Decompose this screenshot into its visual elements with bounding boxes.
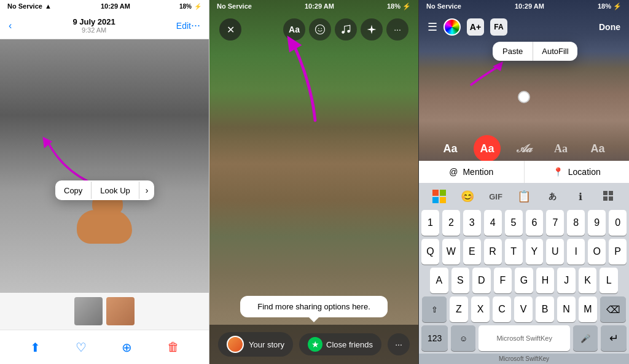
key-m[interactable]: M bbox=[579, 296, 597, 322]
text-align-icon[interactable]: FA bbox=[490, 18, 507, 36]
time-2: 10:29 AM bbox=[305, 2, 334, 10]
key-2[interactable]: 2 bbox=[442, 210, 460, 236]
key-y[interactable]: Y bbox=[526, 239, 544, 265]
font-option-active[interactable]: Aa bbox=[474, 135, 501, 162]
status-bar-2: No Service 10:29 AM 18% ⚡ bbox=[209, 0, 418, 12]
share-icon[interactable]: ⬆ bbox=[30, 340, 41, 355]
key-f[interactable]: F bbox=[494, 268, 512, 293]
text-cursor-dot bbox=[518, 91, 530, 103]
microsoft-icon[interactable] bbox=[428, 185, 450, 207]
location-button[interactable]: 📍 Location bbox=[525, 161, 630, 183]
key-k[interactable]: K bbox=[579, 268, 597, 293]
gif-icon[interactable]: GIF bbox=[485, 185, 507, 207]
font-size-icon[interactable]: A+ bbox=[467, 18, 484, 36]
copy-menu-item[interactable]: Copy bbox=[55, 181, 91, 200]
delete-key[interactable]: ⌫ bbox=[600, 296, 626, 322]
time-1: 10:29 AM bbox=[101, 2, 130, 10]
language-icon[interactable]: あ bbox=[541, 185, 563, 207]
key-n[interactable]: N bbox=[557, 296, 576, 322]
more-share-button[interactable]: ··· bbox=[388, 333, 410, 355]
hamburger-icon[interactable]: ☰ bbox=[428, 20, 437, 34]
key-r[interactable]: R bbox=[484, 239, 502, 265]
mention-button[interactable]: @ Mention bbox=[419, 161, 525, 183]
key-9[interactable]: 9 bbox=[588, 210, 606, 236]
key-v[interactable]: V bbox=[514, 296, 533, 322]
numbers-row: 1 2 3 4 5 6 7 8 9 0 bbox=[419, 210, 629, 236]
key-a[interactable]: A bbox=[430, 268, 448, 293]
screen1-photos: No Service ▲ 10:29 AM 18% ⚡ ‹ 9 July 202… bbox=[0, 0, 209, 364]
time-3: 10:29 AM bbox=[515, 2, 544, 10]
svg-rect-8 bbox=[432, 190, 439, 196]
edit-button[interactable]: Edit bbox=[176, 21, 191, 31]
key-o[interactable]: O bbox=[588, 239, 606, 265]
emoji-picker-icon[interactable]: 😊 bbox=[456, 185, 479, 207]
mention-location-row: @ Mention 📍 Location bbox=[419, 161, 629, 183]
key-s[interactable]: S bbox=[451, 268, 470, 293]
key-t[interactable]: T bbox=[505, 239, 523, 265]
key-d[interactable]: D bbox=[472, 268, 491, 293]
mic-key[interactable]: 🎤 bbox=[573, 325, 598, 351]
sparkle-tool-btn[interactable] bbox=[361, 18, 383, 41]
numbers-switch-key[interactable]: 123 bbox=[421, 325, 448, 351]
key-c[interactable]: C bbox=[493, 296, 511, 322]
key-1[interactable]: 1 bbox=[421, 210, 439, 236]
story-avatar bbox=[227, 336, 244, 353]
key-3[interactable]: 3 bbox=[463, 210, 481, 236]
return-key[interactable]: ↵ bbox=[601, 325, 627, 351]
strip-thumb-1[interactable] bbox=[74, 297, 103, 325]
color-wheel-icon[interactable] bbox=[443, 18, 461, 36]
autofill-button[interactable]: AutoFill bbox=[533, 42, 577, 61]
key-q[interactable]: Q bbox=[421, 239, 439, 265]
key-8[interactable]: 8 bbox=[567, 210, 585, 236]
shift-key[interactable]: ⇧ bbox=[422, 296, 447, 322]
key-0[interactable]: 0 bbox=[609, 210, 627, 236]
key-w[interactable]: W bbox=[442, 239, 460, 265]
svg-point-2 bbox=[318, 28, 319, 29]
key-p[interactable]: P bbox=[609, 239, 627, 265]
key-u[interactable]: U bbox=[546, 239, 564, 265]
key-l[interactable]: L bbox=[600, 268, 618, 293]
key-6[interactable]: 6 bbox=[526, 210, 544, 236]
done-button[interactable]: Done bbox=[599, 22, 620, 32]
close-button-2[interactable]: ✕ bbox=[219, 18, 241, 41]
key-5[interactable]: 5 bbox=[505, 210, 523, 236]
adjust-icon[interactable]: ⊕ bbox=[122, 340, 132, 355]
mention-at-icon: @ bbox=[449, 167, 458, 177]
key-j[interactable]: J bbox=[557, 268, 576, 293]
emoji-key[interactable]: ☺ bbox=[451, 325, 475, 351]
grid-icon[interactable] bbox=[598, 185, 620, 207]
svg-rect-10 bbox=[432, 197, 439, 203]
text-cursor-area[interactable] bbox=[518, 91, 530, 103]
delete-icon[interactable]: 🗑 bbox=[167, 340, 179, 354]
key-g[interactable]: G bbox=[515, 268, 533, 293]
font-option-bold[interactable]: Aa bbox=[584, 135, 611, 162]
s3-left-icons: ☰ A+ FA bbox=[428, 18, 507, 36]
key-x[interactable]: X bbox=[471, 296, 490, 322]
lookup-menu-item[interactable]: Look Up bbox=[92, 181, 138, 200]
font-option-script[interactable]: 𝒜𝒶 bbox=[510, 135, 537, 162]
paste-button[interactable]: Paste bbox=[493, 42, 533, 61]
key-7[interactable]: 7 bbox=[546, 210, 564, 236]
bottom-keyboard-row: 123 ☺ Microsoft SwiftKey 🎤 ↵ bbox=[419, 325, 629, 351]
clipboard-icon[interactable]: 📋 bbox=[513, 185, 535, 207]
key-b[interactable]: B bbox=[536, 296, 554, 322]
space-key[interactable]: Microsoft SwiftKey bbox=[479, 325, 570, 351]
info-icon[interactable]: ℹ bbox=[569, 185, 592, 207]
key-4[interactable]: 4 bbox=[484, 210, 502, 236]
key-e[interactable]: E bbox=[463, 239, 481, 265]
close-friends-button[interactable]: ★ Close friends bbox=[299, 333, 381, 355]
svg-rect-13 bbox=[609, 191, 613, 195]
s2-bottom-buttons: Your story ★ Close friends ··· bbox=[209, 325, 418, 364]
font-option-serif[interactable]: Aa bbox=[547, 135, 574, 162]
carrier-2: No Service bbox=[217, 2, 252, 10]
strip-thumb-2[interactable] bbox=[106, 297, 135, 325]
more-button-1[interactable]: ··· bbox=[191, 19, 200, 32]
key-i[interactable]: I bbox=[567, 239, 585, 265]
menu-arrow[interactable]: › bbox=[139, 180, 155, 200]
key-z[interactable]: Z bbox=[450, 296, 468, 322]
more-tool-btn[interactable]: ··· bbox=[386, 18, 408, 41]
your-story-button[interactable]: Your story bbox=[218, 332, 293, 357]
key-h[interactable]: H bbox=[536, 268, 555, 293]
heart-icon[interactable]: ♡ bbox=[76, 340, 87, 355]
font-option-plain[interactable]: Aa bbox=[437, 135, 464, 162]
